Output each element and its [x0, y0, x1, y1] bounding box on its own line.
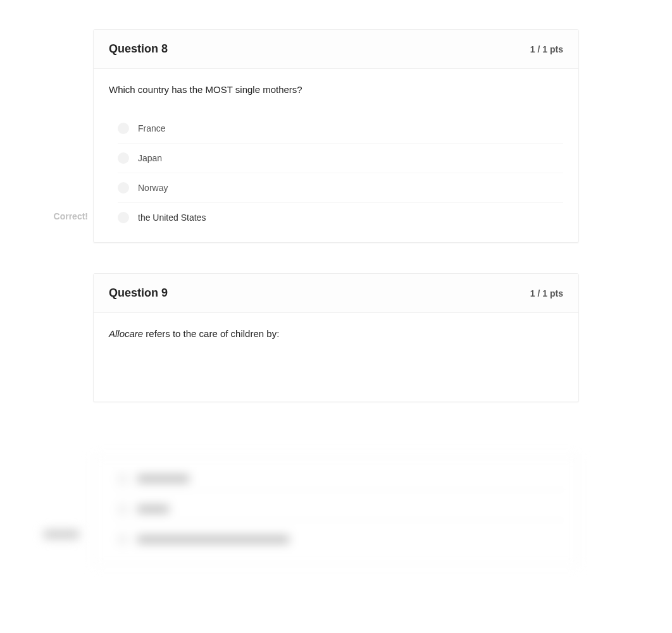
blur-divider [113, 520, 569, 520]
blur-correct-label [44, 530, 79, 539]
question-header: Question 8 1 / 1 pts [94, 30, 578, 69]
radio-icon [118, 212, 129, 223]
question-prompt-rest: refers to the care of children by: [143, 328, 279, 339]
radio-icon [118, 152, 129, 164]
question-prompt-italic: Allocare [109, 328, 143, 339]
answer-option-d: the United States [118, 203, 563, 236]
question-card-8: Question 8 1 / 1 pts Which country has t… [93, 29, 579, 243]
radio-icon [117, 534, 128, 545]
question-prompt: Which country has the MOST single mother… [109, 83, 563, 96]
correct-label-wrapper: Correct! [44, 211, 88, 221]
blur-text [137, 536, 289, 543]
radio-icon [118, 182, 129, 194]
answer-option-b: Japan [118, 144, 563, 173]
answer-option-c: Norway [118, 173, 563, 203]
blurred-content [35, 455, 585, 575]
radio-icon [117, 503, 128, 515]
answer-text: Norway [138, 183, 168, 193]
blur-answer-row [117, 503, 169, 515]
question-header: Question 9 1 / 1 pts [94, 274, 578, 313]
blur-answer-row [117, 473, 189, 484]
question-title: Question 8 [109, 42, 168, 56]
correct-label: Correct! [44, 211, 88, 221]
blur-text [137, 505, 169, 513]
answer-list: France Japan Norway the United States [118, 114, 563, 236]
question-prompt: Allocare refers to the care of children … [109, 327, 563, 340]
answer-text: the United States [138, 212, 206, 223]
question-points: 1 / 1 pts [530, 44, 563, 54]
radio-icon [117, 473, 128, 484]
blur-answer-row [117, 534, 289, 545]
question-points: 1 / 1 pts [530, 288, 563, 298]
radio-icon [118, 123, 129, 134]
blur-divider [113, 489, 569, 490]
question-body: Which country has the MOST single mother… [94, 69, 578, 242]
blur-card [93, 455, 579, 566]
question-body: Allocare refers to the care of children … [94, 313, 578, 402]
answer-text: France [138, 123, 166, 133]
question-title: Question 9 [109, 286, 168, 300]
answer-text: Japan [138, 153, 162, 163]
blur-text [137, 475, 189, 482]
answer-option-a: France [118, 114, 563, 144]
question-card-9: Question 9 1 / 1 pts Allocare refers to … [93, 273, 579, 402]
